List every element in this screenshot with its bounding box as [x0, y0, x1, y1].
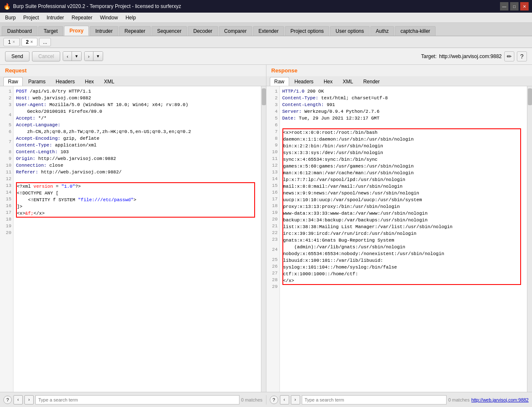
request-panel: Request Raw Params Headers Hex XML 1 2 3… [0, 65, 266, 392]
next-drop-button[interactable]: ▾ [93, 52, 103, 61]
prev-button[interactable]: ‹ [63, 52, 72, 61]
response-panel: Response Raw Headers Hex XML Render 1 2 … [266, 65, 532, 392]
response-search-next-button[interactable]: › [291, 395, 300, 404]
search-bar: ? ‹ › 0 matches ? ‹ › 0 matches http://w… [0, 392, 532, 407]
response-scrollbar[interactable] [527, 86, 532, 392]
response-search-matches: 0 matches [448, 397, 470, 402]
response-title: Response [266, 65, 532, 76]
response-tab-render[interactable]: Render [359, 77, 384, 86]
request-tab-hex[interactable]: Hex [80, 77, 98, 86]
tab-dashboard[interactable]: Dashboard [2, 26, 37, 36]
response-code[interactable]: HTTP/1.0 200 OK Content-Type: text/html;… [280, 86, 527, 392]
toolbar: Send Cancel ‹ ▾ › ▾ Target: http://web.j… [0, 48, 532, 65]
target-label: Target: [421, 53, 437, 59]
tab-authz[interactable]: Authz [370, 26, 394, 36]
title-bar: 🔥 Burp Suite Professional v2020.2 - Temp… [0, 0, 532, 13]
tab-extender[interactable]: Extender [253, 26, 284, 36]
tab-intruder[interactable]: Intruder [90, 26, 118, 36]
app-icon: 🔥 [3, 3, 11, 10]
request-search-prev-button[interactable]: ‹ [13, 395, 23, 404]
request-search-help-icon[interactable]: ? [3, 396, 12, 404]
response-status-url[interactable]: http://web.jarvisoj.com:9882 [471, 397, 529, 402]
tab-project-options[interactable]: Project options [285, 26, 329, 36]
cancel-button[interactable]: Cancel [32, 51, 60, 61]
sub-tab-1[interactable]: 1 × [3, 38, 20, 46]
minimize-button[interactable]: — [500, 2, 508, 11]
tab-captcha-killer[interactable]: captcha-killer [395, 26, 436, 36]
menu-repeater[interactable]: Repeater [68, 14, 96, 21]
tab-sequencer[interactable]: Sequencer [152, 26, 187, 36]
request-editor[interactable]: 1 2 3 4 5 6 7 8 9 10 11 12 13 14 15 16 1… [0, 86, 266, 392]
response-search-prev-button[interactable]: ‹ [280, 395, 289, 404]
help-button[interactable]: ? [517, 51, 527, 61]
request-search-input[interactable] [35, 395, 239, 404]
response-tab-headers[interactable]: Headers [290, 77, 318, 86]
response-line-numbers: 1 2 3 4 5 6 7 8 9 10 11 12 13 14 15 16 1… [266, 86, 280, 392]
response-scrollbar-thumb[interactable] [528, 88, 532, 105]
menu-bar: Burp Project Intruder Repeater Window He… [0, 13, 532, 23]
prev-nav-group: ‹ ▾ [63, 51, 82, 61]
request-title: Request [0, 65, 266, 76]
sub-tab-2[interactable]: 2 × [21, 38, 38, 46]
main-content: Request Raw Params Headers Hex XML 1 2 3… [0, 65, 532, 392]
request-search-matches: 0 matches [241, 397, 263, 402]
sub-tab-bar: 1 × 2 × ... [0, 36, 532, 48]
response-search-help-icon[interactable]: ? [270, 396, 278, 404]
target-info: Target: http://web.jarvisoj.com:9882 ✏ ? [421, 51, 527, 61]
response-editor[interactable]: 1 2 3 4 5 6 7 8 9 10 11 12 13 14 15 16 1… [266, 86, 532, 392]
request-code[interactable]: POST /api/v1.0/try HTTP/1.1 Host: web.ja… [13, 86, 261, 392]
app-title: Burp Suite Professional v2020.2 - Tempor… [13, 3, 181, 9]
menu-help[interactable]: Help [122, 14, 139, 21]
more-tabs-button[interactable]: ... [39, 38, 51, 46]
next-button[interactable]: › [85, 52, 93, 61]
request-tab-xml[interactable]: XML [99, 77, 119, 86]
tab-repeater[interactable]: Repeater [119, 26, 151, 36]
request-search-next-button[interactable]: › [24, 395, 34, 404]
close-tab-2-icon[interactable]: × [30, 40, 33, 44]
request-line-numbers: 1 2 3 4 5 6 7 8 9 10 11 12 13 14 15 16 1… [0, 86, 13, 392]
next-nav-group: › ▾ [84, 51, 103, 61]
request-tab-raw[interactable]: Raw [3, 77, 23, 86]
menu-project[interactable]: Project [20, 14, 42, 21]
response-tab-hex[interactable]: Hex [319, 77, 337, 86]
menu-burp[interactable]: Burp [2, 14, 19, 21]
request-tab-params[interactable]: Params [24, 77, 50, 86]
request-scrollbar[interactable] [261, 86, 266, 392]
tab-target[interactable]: Target [38, 26, 63, 36]
tab-decoder[interactable]: Decoder [188, 26, 218, 36]
menu-window[interactable]: Window [96, 14, 121, 21]
request-scrollbar-thumb[interactable] [262, 88, 266, 105]
request-tab-headers[interactable]: Headers [51, 77, 79, 86]
request-search: ? ‹ › 0 matches [0, 395, 266, 404]
menu-intruder[interactable]: Intruder [43, 14, 67, 21]
close-button[interactable]: ✕ [520, 2, 529, 11]
response-tab-xml[interactable]: XML [338, 77, 358, 86]
target-url: http://web.jarvisoj.com:9882 [439, 53, 502, 59]
edit-target-button[interactable]: ✏ [504, 51, 514, 61]
response-search: ? ‹ › 0 matches http://web.jarvisoj.com:… [266, 395, 532, 404]
tab-comparer[interactable]: Comparer [219, 26, 252, 36]
main-tab-bar: Dashboard Target Proxy Intruder Repeater… [0, 23, 532, 36]
request-tabs: Raw Params Headers Hex XML [0, 76, 266, 86]
send-button[interactable]: Send [5, 51, 29, 61]
response-tab-raw[interactable]: Raw [270, 77, 289, 86]
tab-user-options[interactable]: User options [330, 26, 369, 36]
response-search-input[interactable] [302, 395, 447, 404]
maximize-button[interactable]: □ [510, 2, 519, 11]
close-tab-1-icon[interactable]: × [13, 40, 15, 44]
prev-drop-button[interactable]: ▾ [72, 52, 81, 61]
tab-proxy[interactable]: Proxy [64, 26, 89, 36]
response-tabs: Raw Headers Hex XML Render [266, 76, 532, 86]
